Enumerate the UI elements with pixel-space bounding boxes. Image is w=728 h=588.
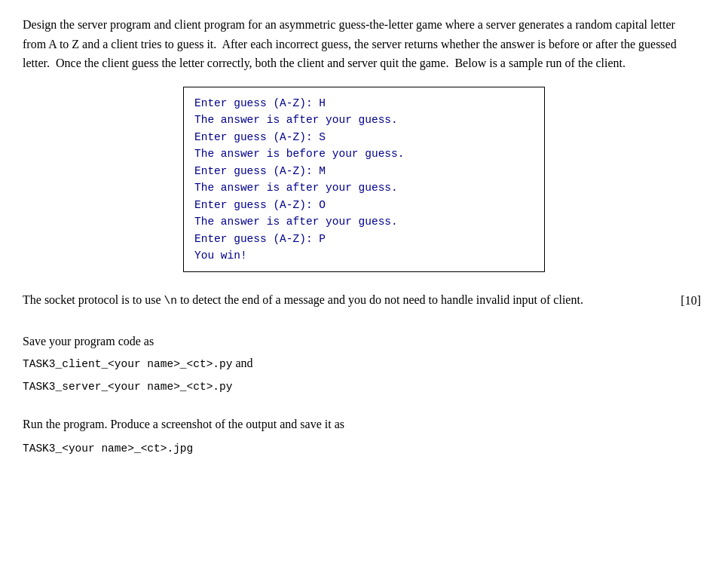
intro-paragraph: Design the server program and client pro…: [23, 15, 701, 73]
terminal-box: Enter guess (A-Z): H The answer is after…: [183, 87, 545, 273]
socket-text-content: The socket protocol is to use \n to dete…: [23, 290, 583, 310]
run-file: TASK3_<your name>_<ct>.jpg: [23, 438, 705, 458]
save-section: Save your program code as TASK3_client_<…: [23, 332, 705, 397]
save-and: and: [235, 357, 252, 369]
run-section: Run the program. Produce a screenshot of…: [23, 415, 705, 458]
terminal-content: Enter guess (A-Z): H The answer is after…: [194, 95, 534, 265]
newline-symbol: \n: [164, 295, 177, 307]
run-intro: Run the program. Produce a screenshot of…: [23, 415, 705, 434]
save-intro: Save your program code as: [23, 332, 705, 351]
save-file2: TASK3_server_<your name>_<ct>.py: [23, 376, 705, 396]
socket-row: The socket protocol is to use \n to dete…: [23, 290, 701, 310]
score-badge: [10]: [681, 291, 701, 311]
save-file1: TASK3_client_<your name>_<ct>.py and: [23, 354, 705, 373]
socket-section: The socket protocol is to use \n to dete…: [23, 290, 701, 310]
